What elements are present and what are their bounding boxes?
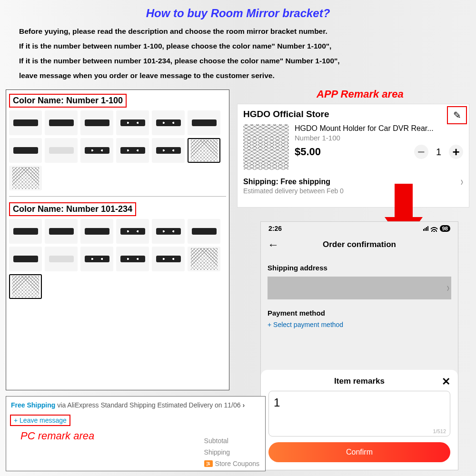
product-price: $5.00 xyxy=(295,146,321,158)
bracket-thumb[interactable] xyxy=(45,110,78,135)
instruction-line: Before yuying, please read the descripti… xyxy=(19,24,457,39)
pc-remark-panel: Free Shipping via AliExpress Standard Sh… xyxy=(6,396,266,471)
bracket-thumb[interactable] xyxy=(116,219,149,244)
phone-status-bar: 2:26 98 xyxy=(261,222,458,235)
app-remark-label: APP Remark area xyxy=(317,88,404,100)
payment-method-heading: Payment method xyxy=(261,303,458,320)
shipping-address-heading: Shipping address xyxy=(261,258,458,275)
bracket-thumb[interactable] xyxy=(188,110,220,135)
color-selection-panel: Color Name: Number 1-100 Color Name: Num… xyxy=(6,89,229,390)
shipping-address-block[interactable]: › xyxy=(268,277,451,299)
delivery-text: via AliExpress Standard Shipping Estimat… xyxy=(57,401,240,409)
bracket-thumb[interactable] xyxy=(80,247,113,271)
qty-value: 1 xyxy=(436,147,441,158)
bracket-thumb[interactable] xyxy=(188,247,220,271)
confirm-button[interactable]: Confirm xyxy=(268,442,450,462)
shipping-row[interactable]: Shipping: Free shipping Estimated delive… xyxy=(243,178,463,195)
select-payment-link[interactable]: + Select payment method xyxy=(261,320,458,333)
bracket-thumb[interactable] xyxy=(116,110,149,135)
signal-icon xyxy=(423,226,428,231)
bracket-thumb[interactable] xyxy=(80,219,113,244)
product-variant: Number 1-100 xyxy=(295,134,463,142)
remark-value: 1 xyxy=(274,396,280,409)
page-title: How to buy Room Mirror bracket? xyxy=(0,0,476,24)
free-shipping-label: Free Shipping xyxy=(11,401,55,409)
bracket-thumb[interactable] xyxy=(80,138,113,163)
instruction-line: leave message when you order or leave me… xyxy=(19,68,457,83)
divider xyxy=(9,196,226,197)
instructions-block: Before yuying, please read the descripti… xyxy=(0,24,476,83)
shipping-estimate: Estimated delivery between Feb 0 xyxy=(243,187,344,195)
leave-message-link[interactable]: + Leave message xyxy=(10,415,70,426)
battery-icon: 98 xyxy=(440,225,450,232)
bracket-thumb[interactable] xyxy=(45,219,78,244)
store-name: HGDO Official Store xyxy=(243,109,463,119)
chevron-right-icon: › xyxy=(447,281,449,295)
qty-increase-button[interactable]: + xyxy=(449,145,463,159)
bracket-thumb[interactable] xyxy=(9,166,42,190)
bracket-thumb[interactable] xyxy=(80,110,113,135)
order-confirmation-title: Order confirmation xyxy=(268,240,451,249)
quantity-stepper: − 1 + xyxy=(414,145,463,159)
remark-textarea[interactable]: 1 1/512 xyxy=(268,391,450,436)
char-count: 1/512 xyxy=(433,428,446,434)
shipping-label: Shipping xyxy=(204,447,259,458)
product-title: HGDO Mount Holder for Car DVR Rear... xyxy=(295,124,463,133)
item-remarks-title: Item remarks xyxy=(334,377,385,386)
close-button[interactable]: ✕ xyxy=(442,376,450,388)
instruction-line: If it is the number between number 1-100… xyxy=(19,39,457,53)
store-coupons-label: Store Coupons xyxy=(215,458,259,470)
status-time: 2:26 xyxy=(268,225,282,232)
back-button[interactable]: ← xyxy=(268,238,279,251)
bracket-thumb[interactable] xyxy=(45,138,78,163)
bracket-thumb-selected[interactable] xyxy=(9,274,42,299)
color-group-2-label: Color Name: Number 101-234 xyxy=(9,202,136,216)
instruction-line: If it is the number between number 101-2… xyxy=(19,53,457,68)
coupon-icon: ¦$ xyxy=(204,460,213,467)
bracket-thumb[interactable] xyxy=(116,247,149,271)
pencil-icon: ✎ xyxy=(453,109,461,121)
bracket-thumb[interactable] xyxy=(9,110,42,135)
phone-mockup: 2:26 98 ← Order confirmation Shipping ad… xyxy=(260,221,458,470)
product-thumbnail xyxy=(243,124,289,170)
bracket-thumb[interactable] xyxy=(9,247,42,271)
thumbnail-grid-1 xyxy=(6,110,229,194)
wifi-icon xyxy=(431,225,437,232)
bracket-thumb[interactable] xyxy=(152,247,185,271)
bracket-thumb[interactable] xyxy=(152,138,185,163)
bracket-thumb[interactable] xyxy=(188,219,220,244)
bracket-thumb[interactable] xyxy=(9,219,42,244)
chevron-right-icon: › xyxy=(461,175,463,189)
qty-decrease-button[interactable]: − xyxy=(414,145,428,159)
bracket-thumb[interactable] xyxy=(152,219,185,244)
thumbnail-grid-2 xyxy=(6,219,229,303)
color-group-1-label: Color Name: Number 1-100 xyxy=(9,94,127,108)
app-cart-card: ✎ HGDO Official Store HGDO Mount Holder … xyxy=(237,104,469,208)
shipping-title: Shipping: Free shipping xyxy=(243,178,344,186)
bracket-thumb[interactable] xyxy=(152,110,185,135)
bracket-thumb[interactable] xyxy=(45,247,78,271)
bracket-thumb-selected[interactable] xyxy=(188,138,220,163)
edit-remark-button[interactable]: ✎ xyxy=(447,106,467,124)
chevron-right-icon: › xyxy=(243,401,245,409)
subtotal-label: Subtotal xyxy=(204,436,259,447)
bracket-thumb[interactable] xyxy=(116,138,149,163)
bracket-thumb[interactable] xyxy=(9,138,42,163)
item-remarks-sheet: Item remarks ✕ 1 1/512 Confirm xyxy=(261,370,458,470)
